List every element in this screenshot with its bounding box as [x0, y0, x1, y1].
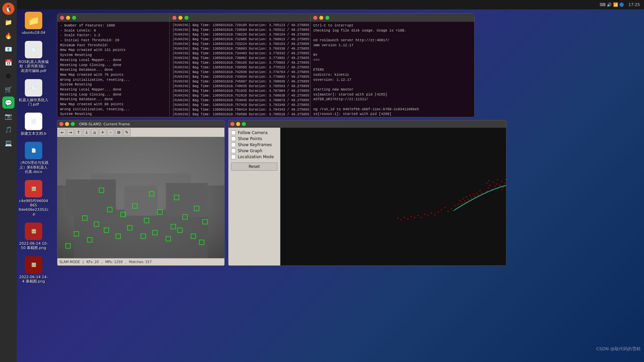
- run-line: [RUNNING] Bag Time: 1305031910.758414 Du…: [172, 108, 327, 112]
- show-graph-row[interactable]: Show Graph: [231, 148, 277, 153]
- run-line: [RUNNING] Bag Time: 1305031910.738062 Du…: [172, 56, 327, 61]
- desktop-icon-ubuntu[interactable]: 📁 ubuntu18.04: [18, 12, 49, 35]
- show-points-checkbox[interactable]: [231, 136, 236, 141]
- svg-point-105: [501, 181, 502, 182]
- reset-button[interactable]: Reset: [231, 163, 277, 171]
- toolbar-zoom-in[interactable]: +: [99, 129, 106, 136]
- svg-point-62: [471, 197, 472, 199]
- svg-point-75: [454, 205, 455, 206]
- taskbar-icon-settings[interactable]: ⚙: [2, 70, 14, 82]
- tr-line: omm version 1.12.17: [313, 43, 472, 48]
- toolbar-up[interactable]: ↑: [75, 129, 82, 136]
- max-btn-map[interactable]: [242, 122, 246, 126]
- localization-mode-row[interactable]: Localization Mode: [231, 155, 277, 159]
- max-btn-2[interactable]: [184, 16, 189, 20]
- tr-line: checking log file disk usage. Usage is <…: [313, 28, 472, 33]
- min-btn-slam[interactable]: [65, 122, 69, 126]
- svg-point-35: [489, 185, 491, 186]
- desktop-icon-robot-pdf[interactable]: 📄 机器人操作系统入门.pdf: [18, 79, 49, 107]
- run-line: [RUNNING] Bag Time: 1305031910.742836 Du…: [172, 70, 327, 75]
- show-keyframes-checkbox[interactable]: [231, 142, 236, 147]
- run-line: [RUNNING] Bag Time: 1305031910.729195 Du…: [172, 23, 327, 28]
- run-line: [RUNNING] Bag Time: 1305031910.757419 Du…: [172, 103, 327, 108]
- taskbar-icon-music[interactable]: 🎵: [2, 123, 14, 135]
- taskbar-icon-ubuntu[interactable]: 🐧: [2, 3, 14, 15]
- slam-matches: Matches: 157: [129, 260, 152, 264]
- svg-point-104: [497, 179, 498, 180]
- svg-point-44: [504, 182, 506, 184]
- svg-point-74: [451, 208, 452, 209]
- min-btn-3[interactable]: [319, 16, 323, 20]
- run-line: [RUNNING] Bag Time: 1305031910.753945 Du…: [172, 98, 327, 103]
- svg-point-95: [411, 216, 412, 217]
- run-line: [RUNNING] Bag Time: 1305031910.729584 Du…: [172, 28, 327, 33]
- taskbar-icon-firefox[interactable]: 🔥: [2, 29, 14, 42]
- toolbar-fwd[interactable]: →: [67, 129, 74, 136]
- svg-point-60: [474, 196, 476, 197]
- taskbar-icon-files[interactable]: 📁: [2, 16, 14, 28]
- show-points-row[interactable]: Show Points: [231, 136, 277, 141]
- taskbar-icon-calendar[interactable]: 📅: [2, 56, 14, 68]
- show-keyframes-row[interactable]: Show KeyFrames: [231, 142, 277, 147]
- localization-mode-label: Localization Mode: [238, 155, 274, 159]
- taskbar-icon-chat[interactable]: 💬: [2, 97, 14, 109]
- orbslam-statusbar: SLAM MODE | KFs: 20, MPs: 1259, Matches:…: [57, 258, 224, 265]
- show-keyframes-label: Show KeyFrames: [238, 142, 272, 147]
- follow-camera-checkbox[interactable]: [231, 130, 236, 135]
- min-btn-map[interactable]: [236, 122, 240, 126]
- toolbar-home[interactable]: ⌂: [91, 129, 98, 136]
- taskbar-icon-store[interactable]: 🛒: [2, 83, 14, 95]
- show-graph-checkbox[interactable]: [231, 148, 236, 153]
- max-btn[interactable]: [72, 16, 76, 20]
- svg-point-71: [441, 209, 442, 210]
- desktop-icon-ros-docx[interactable]: 📄 （ROS理论与实践义）第6章机器人仿真.docx: [18, 142, 49, 174]
- svg-point-94: [407, 218, 409, 220]
- terminal-running-titlebar: [170, 14, 330, 22]
- svg-point-102: [489, 180, 490, 181]
- taskbar-icon-terminal[interactable]: 💻: [2, 137, 14, 149]
- svg-point-68: [461, 202, 462, 204]
- tr-line: osdistro: kinetic: [313, 72, 472, 77]
- tr-line: ASTER_URI=http://zt:11311/: [313, 97, 472, 102]
- close-btn-2[interactable]: [172, 16, 176, 20]
- toolbar-draw[interactable]: ✎: [123, 129, 130, 136]
- svg-point-101: [486, 183, 487, 184]
- taskbar-icon-email[interactable]: 📧: [2, 43, 14, 55]
- close-btn-3[interactable]: [313, 16, 317, 20]
- desktop-icon-new-doc[interactable]: 📄 新建文本文档.b: [18, 113, 49, 136]
- close-btn[interactable]: [60, 16, 64, 20]
- taskbar-icon-camera[interactable]: 📷: [2, 110, 14, 122]
- desktop-icon-screenshot1[interactable]: 🖼️ 2022-06-14 10-50 幕截图.png: [18, 223, 49, 250]
- close-btn-slam[interactable]: [59, 122, 63, 126]
- desktop-icon-image1[interactable]: 🖼️ c4e985f594004865 9de606e23352c.p: [18, 180, 49, 217]
- min-btn-2[interactable]: [178, 16, 182, 20]
- svg-rect-5: [124, 185, 158, 216]
- run-line: [RUNNING] Bag Time: 1305031910.736093 Du…: [172, 47, 327, 51]
- toolbar-down[interactable]: ↓: [83, 129, 90, 136]
- min-btn[interactable]: [66, 16, 70, 20]
- svg-point-66: [464, 201, 466, 202]
- desktop-icons-area: 📁 ubuntu18.04 📄 ROS机器人高效编程（原书第3版）高清可编辑.p…: [18, 12, 55, 284]
- mapviewer-window: Follow Camera Show Points Show KeyFrames…: [228, 120, 506, 266]
- toolbar-zoom-out[interactable]: -: [107, 129, 114, 136]
- terminal-topright-titlebar: [311, 14, 474, 22]
- svg-point-92: [400, 219, 402, 221]
- close-btn-map[interactable]: [230, 122, 234, 126]
- tr-line: osversion: 1.12.17: [313, 77, 472, 82]
- follow-camera-row[interactable]: Follow Camera: [231, 130, 277, 135]
- toolbar-back[interactable]: ←: [59, 129, 66, 136]
- orbslam-toolbar: ← → ↑ ↓ ⌂ + - ⊞ ✎: [57, 128, 224, 137]
- topbar-icons: ⌨ 🔊 📶 🔵: [600, 2, 625, 7]
- svg-point-38: [494, 186, 496, 187]
- desktop-icon-screenshot2[interactable]: 🖼️ 2022-06-14 14-4 幕截图.png: [18, 256, 49, 284]
- show-points-label: Show Points: [238, 136, 262, 141]
- max-btn-3[interactable]: [325, 16, 329, 20]
- toolbar-fit[interactable]: ⊞: [115, 129, 122, 136]
- desktop-icon-ros-pdf[interactable]: 📄 ROS机器人高效编程（原书第3版）高清可编辑.pdf: [18, 41, 49, 73]
- svg-point-97: [417, 215, 419, 216]
- svg-point-42: [501, 189, 502, 190]
- mapviewer-titlebar: [228, 120, 506, 128]
- localization-mode-checkbox[interactable]: [231, 155, 236, 159]
- max-btn-slam[interactable]: [71, 122, 75, 126]
- svg-point-58: [478, 194, 479, 195]
